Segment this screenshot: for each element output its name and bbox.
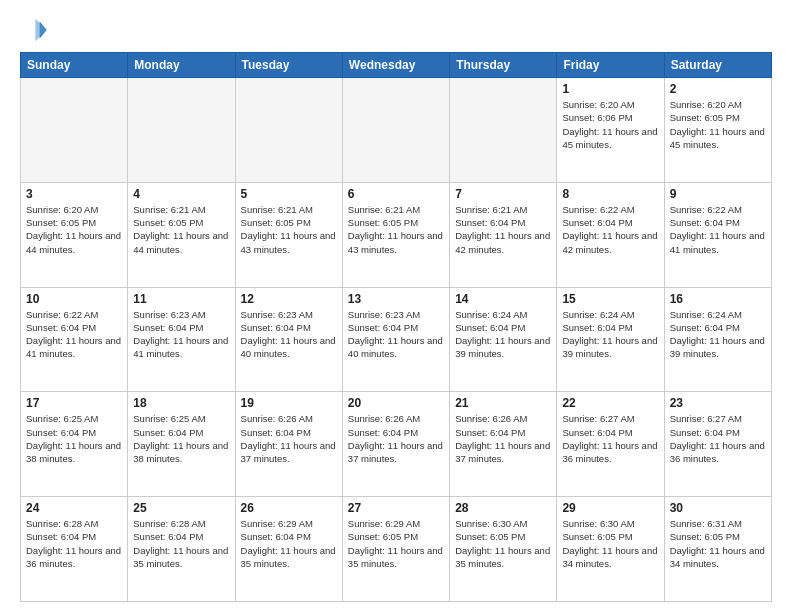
day-number: 6: [348, 187, 444, 201]
day-number: 5: [241, 187, 337, 201]
day-cell: 20Sunrise: 6:26 AM Sunset: 6:04 PM Dayli…: [342, 392, 449, 497]
day-number: 22: [562, 396, 658, 410]
day-cell: 2Sunrise: 6:20 AM Sunset: 6:05 PM Daylig…: [664, 78, 771, 183]
day-info: Sunrise: 6:24 AM Sunset: 6:04 PM Dayligh…: [562, 308, 658, 361]
weekday-header-sunday: Sunday: [21, 53, 128, 78]
day-cell: 17Sunrise: 6:25 AM Sunset: 6:04 PM Dayli…: [21, 392, 128, 497]
day-info: Sunrise: 6:29 AM Sunset: 6:05 PM Dayligh…: [348, 517, 444, 570]
day-number: 4: [133, 187, 229, 201]
day-info: Sunrise: 6:24 AM Sunset: 6:04 PM Dayligh…: [670, 308, 766, 361]
day-info: Sunrise: 6:26 AM Sunset: 6:04 PM Dayligh…: [455, 412, 551, 465]
day-cell: 24Sunrise: 6:28 AM Sunset: 6:04 PM Dayli…: [21, 497, 128, 602]
day-number: 29: [562, 501, 658, 515]
day-number: 16: [670, 292, 766, 306]
day-cell: 8Sunrise: 6:22 AM Sunset: 6:04 PM Daylig…: [557, 182, 664, 287]
day-number: 15: [562, 292, 658, 306]
day-info: Sunrise: 6:28 AM Sunset: 6:04 PM Dayligh…: [26, 517, 122, 570]
day-cell: 19Sunrise: 6:26 AM Sunset: 6:04 PM Dayli…: [235, 392, 342, 497]
day-cell: 7Sunrise: 6:21 AM Sunset: 6:04 PM Daylig…: [450, 182, 557, 287]
day-cell: 28Sunrise: 6:30 AM Sunset: 6:05 PM Dayli…: [450, 497, 557, 602]
day-info: Sunrise: 6:28 AM Sunset: 6:04 PM Dayligh…: [133, 517, 229, 570]
day-info: Sunrise: 6:20 AM Sunset: 6:05 PM Dayligh…: [670, 98, 766, 151]
day-info: Sunrise: 6:27 AM Sunset: 6:04 PM Dayligh…: [562, 412, 658, 465]
day-info: Sunrise: 6:23 AM Sunset: 6:04 PM Dayligh…: [133, 308, 229, 361]
day-number: 24: [26, 501, 122, 515]
day-number: 18: [133, 396, 229, 410]
day-cell: 22Sunrise: 6:27 AM Sunset: 6:04 PM Dayli…: [557, 392, 664, 497]
day-cell: 30Sunrise: 6:31 AM Sunset: 6:05 PM Dayli…: [664, 497, 771, 602]
day-info: Sunrise: 6:26 AM Sunset: 6:04 PM Dayligh…: [348, 412, 444, 465]
day-info: Sunrise: 6:27 AM Sunset: 6:04 PM Dayligh…: [670, 412, 766, 465]
day-number: 11: [133, 292, 229, 306]
day-cell: 3Sunrise: 6:20 AM Sunset: 6:05 PM Daylig…: [21, 182, 128, 287]
day-number: 25: [133, 501, 229, 515]
week-row-4: 17Sunrise: 6:25 AM Sunset: 6:04 PM Dayli…: [21, 392, 772, 497]
day-number: 12: [241, 292, 337, 306]
day-number: 23: [670, 396, 766, 410]
day-cell: 4Sunrise: 6:21 AM Sunset: 6:05 PM Daylig…: [128, 182, 235, 287]
day-cell: 9Sunrise: 6:22 AM Sunset: 6:04 PM Daylig…: [664, 182, 771, 287]
day-info: Sunrise: 6:21 AM Sunset: 6:05 PM Dayligh…: [241, 203, 337, 256]
day-info: Sunrise: 6:23 AM Sunset: 6:04 PM Dayligh…: [241, 308, 337, 361]
day-cell: [128, 78, 235, 183]
day-cell: [21, 78, 128, 183]
day-cell: 12Sunrise: 6:23 AM Sunset: 6:04 PM Dayli…: [235, 287, 342, 392]
day-number: 21: [455, 396, 551, 410]
weekday-header-monday: Monday: [128, 53, 235, 78]
day-cell: [450, 78, 557, 183]
day-info: Sunrise: 6:21 AM Sunset: 6:05 PM Dayligh…: [348, 203, 444, 256]
weekday-header-saturday: Saturday: [664, 53, 771, 78]
day-number: 14: [455, 292, 551, 306]
day-cell: 15Sunrise: 6:24 AM Sunset: 6:04 PM Dayli…: [557, 287, 664, 392]
day-info: Sunrise: 6:22 AM Sunset: 6:04 PM Dayligh…: [26, 308, 122, 361]
day-info: Sunrise: 6:21 AM Sunset: 6:05 PM Dayligh…: [133, 203, 229, 256]
day-cell: 16Sunrise: 6:24 AM Sunset: 6:04 PM Dayli…: [664, 287, 771, 392]
day-cell: 10Sunrise: 6:22 AM Sunset: 6:04 PM Dayli…: [21, 287, 128, 392]
day-cell: [342, 78, 449, 183]
day-cell: 27Sunrise: 6:29 AM Sunset: 6:05 PM Dayli…: [342, 497, 449, 602]
day-cell: 23Sunrise: 6:27 AM Sunset: 6:04 PM Dayli…: [664, 392, 771, 497]
page: SundayMondayTuesdayWednesdayThursdayFrid…: [0, 0, 792, 612]
day-info: Sunrise: 6:24 AM Sunset: 6:04 PM Dayligh…: [455, 308, 551, 361]
day-info: Sunrise: 6:31 AM Sunset: 6:05 PM Dayligh…: [670, 517, 766, 570]
calendar-table: SundayMondayTuesdayWednesdayThursdayFrid…: [20, 52, 772, 602]
day-info: Sunrise: 6:26 AM Sunset: 6:04 PM Dayligh…: [241, 412, 337, 465]
day-number: 3: [26, 187, 122, 201]
week-row-5: 24Sunrise: 6:28 AM Sunset: 6:04 PM Dayli…: [21, 497, 772, 602]
week-row-1: 1Sunrise: 6:20 AM Sunset: 6:06 PM Daylig…: [21, 78, 772, 183]
weekday-header-friday: Friday: [557, 53, 664, 78]
header: [20, 16, 772, 44]
weekday-header-row: SundayMondayTuesdayWednesdayThursdayFrid…: [21, 53, 772, 78]
day-cell: 13Sunrise: 6:23 AM Sunset: 6:04 PM Dayli…: [342, 287, 449, 392]
day-number: 17: [26, 396, 122, 410]
day-cell: 29Sunrise: 6:30 AM Sunset: 6:05 PM Dayli…: [557, 497, 664, 602]
day-info: Sunrise: 6:22 AM Sunset: 6:04 PM Dayligh…: [562, 203, 658, 256]
day-number: 8: [562, 187, 658, 201]
day-cell: [235, 78, 342, 183]
day-number: 19: [241, 396, 337, 410]
day-number: 28: [455, 501, 551, 515]
day-info: Sunrise: 6:29 AM Sunset: 6:04 PM Dayligh…: [241, 517, 337, 570]
weekday-header-thursday: Thursday: [450, 53, 557, 78]
day-number: 7: [455, 187, 551, 201]
day-cell: 11Sunrise: 6:23 AM Sunset: 6:04 PM Dayli…: [128, 287, 235, 392]
day-number: 9: [670, 187, 766, 201]
day-info: Sunrise: 6:25 AM Sunset: 6:04 PM Dayligh…: [26, 412, 122, 465]
weekday-header-tuesday: Tuesday: [235, 53, 342, 78]
day-cell: 1Sunrise: 6:20 AM Sunset: 6:06 PM Daylig…: [557, 78, 664, 183]
day-number: 13: [348, 292, 444, 306]
day-info: Sunrise: 6:23 AM Sunset: 6:04 PM Dayligh…: [348, 308, 444, 361]
day-cell: 6Sunrise: 6:21 AM Sunset: 6:05 PM Daylig…: [342, 182, 449, 287]
day-number: 27: [348, 501, 444, 515]
day-cell: 26Sunrise: 6:29 AM Sunset: 6:04 PM Dayli…: [235, 497, 342, 602]
day-number: 10: [26, 292, 122, 306]
day-info: Sunrise: 6:25 AM Sunset: 6:04 PM Dayligh…: [133, 412, 229, 465]
week-row-3: 10Sunrise: 6:22 AM Sunset: 6:04 PM Dayli…: [21, 287, 772, 392]
day-number: 30: [670, 501, 766, 515]
day-info: Sunrise: 6:20 AM Sunset: 6:05 PM Dayligh…: [26, 203, 122, 256]
day-cell: 14Sunrise: 6:24 AM Sunset: 6:04 PM Dayli…: [450, 287, 557, 392]
day-info: Sunrise: 6:22 AM Sunset: 6:04 PM Dayligh…: [670, 203, 766, 256]
logo-icon: [20, 16, 48, 44]
day-number: 1: [562, 82, 658, 96]
day-info: Sunrise: 6:21 AM Sunset: 6:04 PM Dayligh…: [455, 203, 551, 256]
